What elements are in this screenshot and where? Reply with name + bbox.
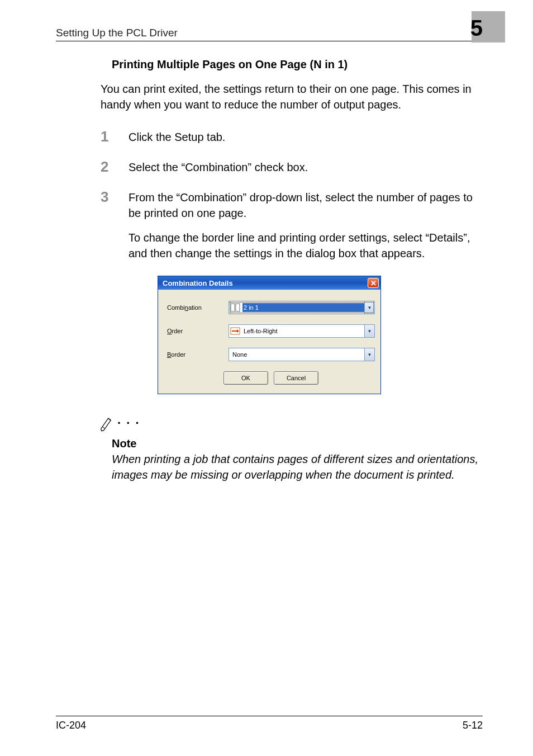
step-3: 3 From the “Combination” drop-down list,… bbox=[101, 190, 483, 261]
note-ellipsis-icon: . . . bbox=[117, 413, 140, 427]
svg-rect-1 bbox=[236, 304, 240, 311]
step-number: 3 bbox=[101, 190, 129, 261]
step-body: Select the “Combination” check box. bbox=[129, 159, 308, 175]
combination-row: Combination 2 in 1 ▼ bbox=[167, 301, 375, 314]
order-row: Order Left-to-Right ▼ bbox=[167, 324, 375, 338]
step-body: Click the Setup tab. bbox=[129, 129, 225, 145]
dialog-buttons: OK Cancel bbox=[167, 371, 375, 385]
dialog-screenshot: Combination Details ✕ Combination bbox=[56, 276, 483, 394]
dialog-body: Combination 2 in 1 ▼ bbox=[158, 290, 380, 394]
step-1: 1 Click the Setup tab. bbox=[101, 129, 483, 145]
footer-model: IC-204 bbox=[56, 720, 86, 731]
chevron-down-icon[interactable]: ▼ bbox=[364, 325, 374, 337]
steps-list: 1 Click the Setup tab. 2 Select the “Com… bbox=[101, 129, 483, 261]
border-label: Border bbox=[167, 351, 229, 358]
chapter-number: 5 bbox=[470, 17, 483, 39]
chevron-down-icon[interactable]: ▼ bbox=[364, 301, 374, 314]
footer-rule bbox=[56, 716, 483, 716]
dialog-title-text: Combination Details bbox=[163, 279, 233, 287]
step-2: 2 Select the “Combination” check box. bbox=[101, 159, 483, 175]
chapter-indicator: 5 bbox=[470, 17, 483, 39]
note-block: . . . Note When printing a job that cont… bbox=[101, 417, 483, 483]
chevron-down-icon[interactable]: ▼ bbox=[364, 348, 374, 361]
footer-row: IC-204 5-12 bbox=[56, 720, 483, 731]
footer-page-number: 5-12 bbox=[463, 720, 483, 731]
section-heading: Printing Multiple Pages on One Page (N i… bbox=[112, 58, 483, 71]
close-button[interactable]: ✕ bbox=[368, 278, 379, 288]
order-value: Left-to-Right bbox=[242, 327, 364, 336]
cancel-button[interactable]: Cancel bbox=[274, 371, 318, 385]
svg-line-7 bbox=[102, 427, 105, 429]
note-icon-row: . . . bbox=[98, 417, 483, 435]
border-value: None bbox=[230, 350, 364, 359]
note-text: When printing a job that contains pages … bbox=[112, 451, 483, 483]
combination-select[interactable]: 2 in 1 ▼ bbox=[229, 301, 375, 314]
note-label: Note bbox=[112, 437, 483, 450]
step-number: 1 bbox=[101, 129, 129, 145]
intro-paragraph: You can print exited, the settings retur… bbox=[101, 81, 483, 112]
border-select[interactable]: None ▼ bbox=[229, 348, 375, 361]
step-text: From the “Combination” drop-down list, s… bbox=[129, 190, 483, 221]
step-body: From the “Combination” drop-down list, s… bbox=[129, 190, 483, 261]
close-icon: ✕ bbox=[370, 280, 377, 287]
step-text: Click the Setup tab. bbox=[129, 129, 225, 145]
svg-rect-0 bbox=[231, 304, 235, 311]
left-to-right-icon bbox=[230, 326, 240, 336]
order-label: Order bbox=[167, 328, 229, 334]
ok-button[interactable]: OK bbox=[223, 371, 268, 385]
header-section-title: Setting Up the PCL Driver bbox=[56, 27, 178, 39]
combination-details-dialog: Combination Details ✕ Combination bbox=[158, 276, 381, 394]
step-number: 2 bbox=[101, 159, 129, 175]
combination-label: Combination bbox=[167, 304, 229, 311]
page-footer: IC-204 5-12 bbox=[56, 716, 483, 731]
order-select[interactable]: Left-to-Right ▼ bbox=[229, 324, 375, 338]
page: Setting Up the PCL Driver 5 Printing Mul… bbox=[0, 0, 533, 756]
step-text: Select the “Combination” check box. bbox=[129, 159, 308, 175]
dialog-titlebar[interactable]: Combination Details ✕ bbox=[158, 276, 380, 290]
combination-value: 2 in 1 bbox=[242, 303, 364, 312]
page-header: Setting Up the PCL Driver 5 bbox=[56, 17, 483, 41]
step-text: To change the border line and printing o… bbox=[129, 230, 483, 261]
two-in-one-icon bbox=[230, 303, 240, 313]
pencil-icon bbox=[97, 415, 115, 436]
header-rule bbox=[56, 41, 483, 41]
border-row: Border None ▼ bbox=[167, 348, 375, 361]
svg-line-6 bbox=[108, 418, 111, 420]
